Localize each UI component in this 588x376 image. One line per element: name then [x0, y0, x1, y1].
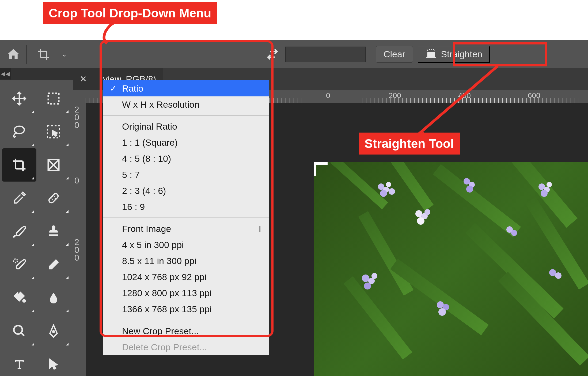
swap-icon: [266, 48, 279, 61]
eraser-tool[interactable]: [36, 248, 71, 281]
ruler-tick: 200: [74, 238, 79, 261]
menu-item-1280x800[interactable]: 1280 x 800 px 113 ppi: [103, 285, 269, 301]
move-tool[interactable]: [2, 82, 36, 115]
lasso-icon: [12, 124, 27, 139]
brush-icon: [12, 224, 27, 239]
svg-point-5: [14, 126, 24, 134]
menu-item-front-image[interactable]: Front Image I: [103, 221, 269, 237]
crop-handle-top-left[interactable]: [314, 162, 328, 176]
straighten-button[interactable]: Straighten: [418, 46, 490, 63]
menu-item-wxh-resolution[interactable]: W x H x Resolution: [103, 96, 269, 112]
path-selection-tool[interactable]: [36, 348, 71, 376]
svg-rect-2: [428, 52, 435, 57]
crop-preset-menu: Ratio W x H x Resolution Original Ratio …: [103, 80, 269, 355]
ruler-tick: 400: [458, 91, 471, 100]
svg-rect-4: [48, 93, 59, 104]
type-icon: [13, 358, 26, 371]
svg-rect-10: [48, 193, 59, 204]
ruler-tick: 200: [74, 106, 79, 129]
ruler-tick: 0: [74, 177, 79, 185]
app-window: ⌄ Clear Straighten ◀◀ ✕ view, RGB/8): [0, 40, 588, 376]
crop-tool-icon: [12, 157, 27, 172]
spot-healing-tool[interactable]: [36, 182, 71, 215]
menu-item-new-preset[interactable]: New Crop Preset...: [103, 323, 269, 339]
eyedropper-icon: [12, 191, 26, 205]
svg-point-14: [14, 326, 22, 334]
lasso-tool[interactable]: [2, 115, 36, 148]
eraser-icon: [46, 257, 61, 272]
collapse-panels-button[interactable]: ◀◀: [0, 68, 11, 80]
bucket-icon: [12, 291, 26, 305]
rectangular-marquee-tool[interactable]: [36, 82, 71, 115]
menu-item-ratio[interactable]: Ratio: [103, 80, 269, 96]
menu-item-4x5-300[interactable]: 4 x 5 in 300 ppi: [103, 237, 269, 253]
close-tab-icon[interactable]: ✕: [80, 74, 87, 84]
clear-button[interactable]: Clear: [376, 46, 413, 63]
svg-line-15: [21, 333, 24, 336]
straighten-icon: [425, 48, 437, 60]
menu-item-5-7[interactable]: 5 : 7: [103, 167, 269, 183]
menu-separator: [103, 115, 269, 116]
brush-tool[interactable]: [2, 215, 36, 248]
type-tool[interactable]: [2, 348, 36, 376]
svg-point-11: [52, 196, 55, 200]
menu-item-1-1[interactable]: 1 : 1 (Square): [103, 134, 269, 151]
zoom-icon: [12, 324, 26, 338]
svg-point-13: [23, 300, 25, 302]
menu-shortcut: I: [259, 224, 261, 234]
zoom-tool[interactable]: [2, 314, 36, 348]
history-brush-icon: [12, 257, 27, 272]
menu-item-4-5[interactable]: 4 : 5 (8 : 10): [103, 151, 269, 167]
drop-icon: [47, 290, 60, 305]
chevron-down-icon[interactable]: ⌄: [62, 51, 67, 58]
ruler-tick: 0: [326, 91, 330, 100]
tools-panel: [0, 80, 73, 376]
clone-stamp-tool[interactable]: [36, 215, 71, 248]
home-icon: [6, 47, 21, 62]
menu-item-16-9[interactable]: 16 : 9: [103, 199, 269, 215]
move-icon: [12, 91, 27, 106]
eyedropper-tool[interactable]: [2, 182, 36, 215]
svg-point-12: [14, 259, 17, 263]
marquee-icon: [46, 91, 61, 106]
menu-separator: [103, 217, 269, 218]
pen-icon: [46, 324, 61, 338]
divider: [26, 45, 27, 64]
paint-bucket-tool[interactable]: [2, 281, 36, 314]
arrow-cursor-icon: [47, 357, 60, 372]
object-select-icon: [46, 125, 61, 139]
pen-tool[interactable]: [36, 314, 71, 348]
dimension-input[interactable]: [285, 47, 366, 62]
swap-dimensions-button[interactable]: [264, 46, 280, 62]
menu-item-1366x768[interactable]: 1366 x 768 px 135 ppi: [103, 301, 269, 317]
collapse-icon: ◀◀: [1, 70, 10, 77]
straighten-label: Straighten: [441, 49, 482, 59]
image-canvas[interactable]: [314, 162, 588, 376]
vertical-ruler: 200 0 200: [73, 103, 86, 376]
ruler-tick: 200: [389, 91, 401, 100]
crop-tool[interactable]: [2, 148, 36, 182]
frame-icon: [46, 158, 61, 172]
menu-item-8-5x11-300[interactable]: 8.5 x 11 in 300 ppi: [103, 253, 269, 269]
svg-point-16: [53, 331, 55, 333]
menu-item-delete-preset: Delete Crop Preset...: [103, 339, 269, 355]
stamp-icon: [46, 224, 61, 239]
blur-tool[interactable]: [36, 281, 71, 314]
crop-preset-dropdown[interactable]: [32, 45, 56, 64]
annotation-straighten: Straighten Tool: [359, 133, 460, 155]
ruler-tick: 600: [528, 91, 540, 100]
crop-icon: [37, 48, 50, 61]
menu-item-2-3[interactable]: 2 : 3 (4 : 6): [103, 183, 269, 199]
annotation-crop-dropdown: Crop Tool Drop-Down Menu: [43, 2, 217, 24]
object-selection-tool[interactable]: [36, 115, 71, 148]
bandaid-icon: [46, 191, 61, 205]
menu-item-original-ratio[interactable]: Original Ratio: [103, 118, 269, 134]
home-button[interactable]: [5, 46, 21, 62]
menu-item-1024x768[interactable]: 1024 x 768 px 92 ppi: [103, 269, 269, 285]
history-brush-tool[interactable]: [2, 248, 36, 281]
menu-separator: [103, 320, 269, 320]
frame-tool[interactable]: [36, 148, 71, 182]
options-bar: ⌄ Clear Straighten: [0, 40, 588, 68]
